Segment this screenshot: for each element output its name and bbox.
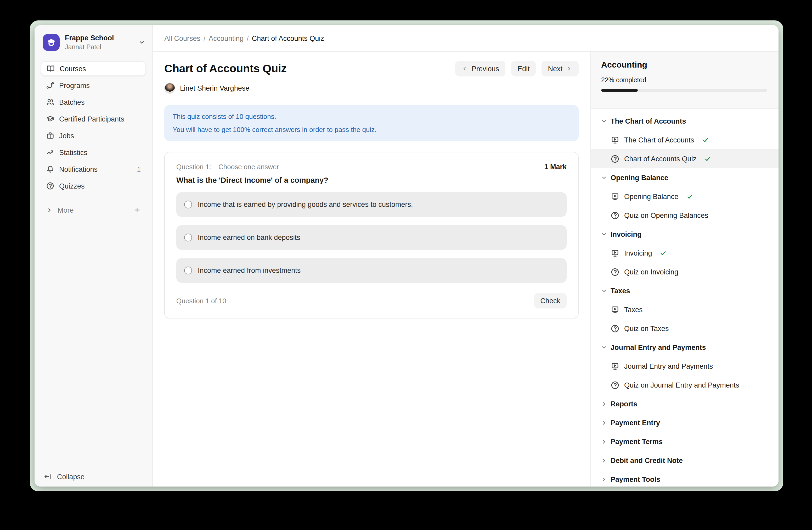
chevron-left-icon bbox=[462, 66, 468, 72]
check-icon bbox=[702, 137, 709, 143]
outline-section-collapsed[interactable]: Reports bbox=[591, 394, 779, 413]
chevron-down-icon bbox=[600, 117, 607, 124]
sidebar-item-certified-participants[interactable]: Certified Participants bbox=[41, 112, 146, 126]
check-icon bbox=[686, 193, 693, 200]
app-window: Frappe School Jannat Patel Courses Progr… bbox=[34, 25, 779, 487]
graduation-cap-icon bbox=[46, 115, 54, 123]
help-circle-icon bbox=[46, 182, 54, 190]
breadcrumb-bar: All Courses / Accounting / Chart of Acco… bbox=[153, 25, 779, 52]
outline-rows: The Chart of Accounts The Chart of Accou… bbox=[591, 109, 779, 487]
avatar bbox=[164, 83, 175, 94]
edit-button[interactable]: Edit bbox=[511, 61, 536, 76]
breadcrumb-all-courses[interactable]: All Courses bbox=[164, 34, 200, 42]
pager-buttons: Previous Edit Next bbox=[455, 61, 579, 76]
outline-quiz[interactable]: Quiz on Invoicing bbox=[591, 262, 779, 281]
route-icon bbox=[46, 81, 54, 89]
answer-options: Income that is earned by providing goods… bbox=[176, 192, 567, 283]
notification-count-badge: 1 bbox=[137, 165, 141, 173]
lesson-icon bbox=[611, 135, 620, 144]
outline-section-collapsed[interactable]: Payment Entry bbox=[591, 413, 779, 432]
answer-option[interactable]: Income that is earned by providing goods… bbox=[176, 192, 567, 217]
question-card: Question 1: Choose one answer 1 Mark Wha… bbox=[164, 152, 579, 318]
radio-icon[interactable] bbox=[184, 234, 192, 241]
outline-quiz[interactable]: Quiz on Taxes bbox=[591, 319, 779, 338]
outline-section[interactable]: Journal Entry and Payments bbox=[591, 338, 779, 357]
chevron-right-icon bbox=[600, 476, 607, 483]
quiz-icon bbox=[611, 380, 620, 389]
users-icon bbox=[46, 98, 54, 106]
radio-icon[interactable] bbox=[184, 267, 192, 275]
sidebar-item-more[interactable]: More bbox=[41, 203, 146, 217]
lesson-icon bbox=[611, 362, 620, 371]
sidebar-item-courses[interactable]: Courses bbox=[41, 61, 146, 76]
breadcrumb-accounting[interactable]: Accounting bbox=[209, 34, 244, 42]
bell-icon bbox=[46, 165, 54, 173]
sidebar-item-notifications[interactable]: Notifications 1 bbox=[41, 162, 146, 177]
workspace-title: Frappe School bbox=[65, 34, 114, 42]
chevron-down-icon bbox=[600, 287, 607, 294]
outline-quiz-active[interactable]: Chart of Accounts Quiz bbox=[591, 149, 779, 168]
course-header: Accounting 22% completed bbox=[591, 52, 779, 109]
window-frame: Frappe School Jannat Patel Courses Progr… bbox=[30, 20, 783, 491]
outline-section[interactable]: Invoicing bbox=[591, 225, 779, 243]
chevron-right-icon bbox=[600, 438, 607, 445]
answer-option[interactable]: Income earned on bank deposits bbox=[176, 225, 567, 250]
sidebar-item-statistics[interactable]: Statistics bbox=[41, 145, 146, 160]
outline-section-collapsed[interactable]: Payment Tools bbox=[591, 470, 779, 487]
outline-section[interactable]: Opening Balance bbox=[591, 168, 779, 187]
course-progress-fill bbox=[601, 89, 638, 92]
quiz-notice: This quiz consists of 10 questions. You … bbox=[164, 105, 579, 141]
trending-up-icon bbox=[46, 148, 54, 157]
radio-icon[interactable] bbox=[184, 200, 192, 208]
chevron-right-icon bbox=[600, 419, 607, 426]
lesson-icon bbox=[611, 192, 620, 201]
sidebar-item-programs[interactable]: Programs bbox=[41, 78, 146, 93]
sidebar-nav: Courses Programs Batches Certified Parti… bbox=[34, 61, 152, 220]
briefcase-icon bbox=[46, 131, 54, 140]
next-button[interactable]: Next bbox=[541, 61, 579, 76]
chevron-right-icon bbox=[600, 457, 607, 464]
chevron-down-icon bbox=[600, 344, 607, 351]
main-content: Chart of Accounts Quiz Previous Edit Nex… bbox=[153, 52, 590, 487]
workspace-user: Jannat Patel bbox=[65, 43, 114, 51]
outline-lesson[interactable]: Invoicing bbox=[591, 243, 779, 262]
outline-lesson[interactable]: The Chart of Accounts bbox=[591, 130, 779, 149]
previous-button[interactable]: Previous bbox=[455, 61, 505, 76]
page-title: Chart of Accounts Quiz bbox=[164, 62, 287, 75]
breadcrumb: All Courses / Accounting / Chart of Acco… bbox=[164, 34, 324, 42]
outline-quiz[interactable]: Quiz on Opening Balances bbox=[591, 206, 779, 225]
outline-section[interactable]: Taxes bbox=[591, 281, 779, 300]
workspace-switcher[interactable]: Frappe School Jannat Patel bbox=[34, 25, 152, 51]
outline-section[interactable]: The Chart of Accounts bbox=[591, 112, 779, 130]
outline-lesson[interactable]: Opening Balance bbox=[591, 187, 779, 206]
outline-lesson[interactable]: Journal Entry and Payments bbox=[591, 357, 779, 376]
plus-icon[interactable] bbox=[133, 206, 141, 214]
course-outline-sidebar: Accounting 22% completed The Chart of Ac… bbox=[590, 52, 779, 487]
outline-quiz[interactable]: Quiz on Journal Entry and Payments bbox=[591, 376, 779, 394]
lesson-icon bbox=[611, 249, 620, 257]
chevron-down-icon bbox=[138, 39, 145, 48]
question-marks: 1 Mark bbox=[544, 163, 567, 171]
author-row: Linet Sherin Varghese bbox=[164, 83, 579, 94]
quiz-icon bbox=[611, 154, 620, 163]
answer-option[interactable]: Income earned from investments bbox=[176, 258, 567, 283]
left-sidebar: Frappe School Jannat Patel Courses Progr… bbox=[34, 25, 153, 487]
author-name: Linet Sherin Varghese bbox=[180, 84, 249, 92]
right-pane: All Courses / Accounting / Chart of Acco… bbox=[153, 25, 779, 487]
question-number-label: Question 1: bbox=[176, 163, 211, 171]
book-open-icon bbox=[46, 65, 55, 73]
sidebar-item-quizzes[interactable]: Quizzes bbox=[41, 179, 146, 193]
collapse-sidebar-button[interactable]: Collapse bbox=[34, 472, 152, 487]
outline-section-collapsed[interactable]: Debit and Credit Note bbox=[591, 451, 779, 470]
sidebar-item-batches[interactable]: Batches bbox=[41, 95, 146, 110]
sidebar-item-jobs[interactable]: Jobs bbox=[41, 128, 146, 143]
breadcrumb-current: Chart of Accounts Quiz bbox=[252, 34, 324, 42]
chevron-right-icon bbox=[46, 207, 53, 213]
chevron-down-icon bbox=[600, 174, 607, 181]
check-button[interactable]: Check bbox=[534, 293, 567, 308]
quiz-icon bbox=[611, 267, 620, 276]
quiz-icon bbox=[611, 211, 620, 220]
outline-lesson[interactable]: Taxes bbox=[591, 300, 779, 319]
lesson-icon bbox=[611, 305, 620, 314]
outline-section-collapsed[interactable]: Payment Terms bbox=[591, 432, 779, 451]
